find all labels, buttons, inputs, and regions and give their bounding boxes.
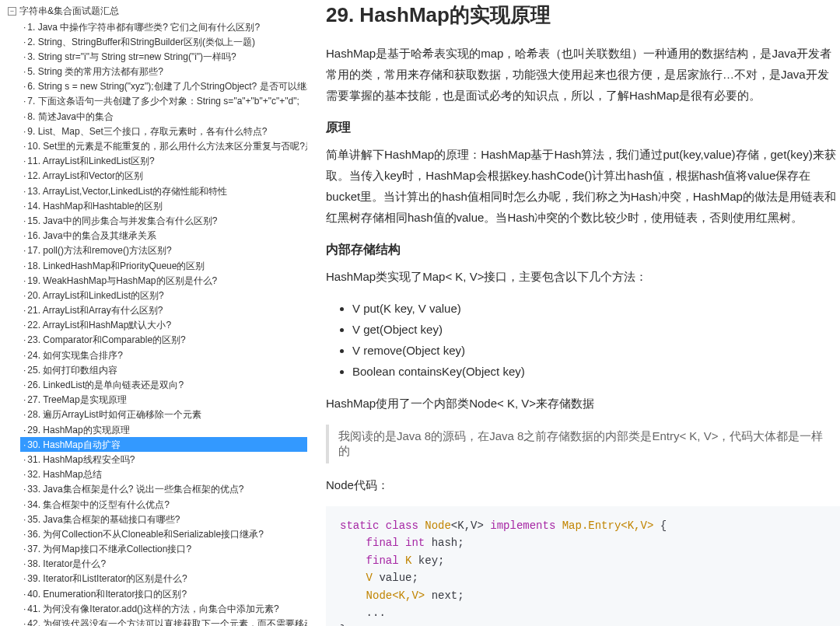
bullet-icon: · xyxy=(23,51,26,62)
bullet-icon: · xyxy=(23,469,26,480)
tree-item-label: 3. String str="i"与 String str=new String… xyxy=(27,51,236,62)
article-title: 29. HashMap的实现原理 xyxy=(326,2,840,29)
bullet-icon: · xyxy=(23,126,26,137)
tree-item[interactable]: ·36. 为何Collection不从Cloneable和Serializabl… xyxy=(20,526,307,541)
tree-item[interactable]: ·37. 为何Map接口不继承Collection接口? xyxy=(20,542,307,557)
tree-item-label: 32. HashMap总结 xyxy=(27,469,101,480)
bullet-icon: · xyxy=(23,499,26,510)
tree-item-label: 12. ArrayList和Vector的区别 xyxy=(27,170,143,181)
tree-item-label: 29. HashMap的实现原理 xyxy=(27,425,129,435)
bullet-icon: · xyxy=(23,603,26,614)
tree-item[interactable]: ·27. TreeMap是实现原理 xyxy=(20,393,307,407)
tree-item[interactable]: ·9. List、Map、Set三个接口，存取元素时，各有什么特点? xyxy=(20,124,307,138)
bullet-icon: · xyxy=(23,365,26,376)
tree-item-label: 34. 集合框架中的泛型有什么优点? xyxy=(27,499,170,510)
tree-item-label: 13. ArrayList,Vector,LinkedList的存储性能和特性 xyxy=(27,186,227,197)
tree-item-label: 5. String 类的常用方法都有那些? xyxy=(27,66,163,77)
tree-item[interactable]: ·14. HashMap和Hashtable的区别 xyxy=(20,198,307,213)
bullet-icon: · xyxy=(23,379,26,390)
bullet-icon: · xyxy=(23,141,26,152)
tree-item[interactable]: ·22. ArrayList和HashMap默认大小? xyxy=(20,318,307,333)
bullet-icon: · xyxy=(23,589,26,600)
tree-item-label: 33. Java集合框架是什么? 说出一些集合框架的优点? xyxy=(27,484,243,495)
article-pane[interactable]: 29. HashMap的实现原理 HashMap是基于哈希表实现的map，哈希表… xyxy=(307,0,840,626)
tree-item-label: 27. TreeMap是实现原理 xyxy=(27,394,126,405)
bullet-icon: · xyxy=(23,334,26,345)
bullet-icon: · xyxy=(23,275,26,286)
tree-item-label: 19. WeakHashMap与HashMap的区别是什么? xyxy=(27,275,217,286)
methods-list: V put(K key, V value)V get(Object key)V … xyxy=(326,298,840,382)
tree-item[interactable]: ·24. 如何实现集合排序? xyxy=(20,348,307,362)
tree-item[interactable]: ·3. String str="i"与 String str=new Strin… xyxy=(20,49,307,64)
tree-item-label: 6. String s = new String("xyz");创建了几个Str… xyxy=(27,81,307,92)
tree-item[interactable]: ·29. HashMap的实现原理 xyxy=(20,422,307,437)
tree-item[interactable]: ·20. ArrayList和LinkedList的区别? xyxy=(20,288,307,303)
outline-sidebar[interactable]: − 字符串&集合面试题汇总 ·1. Java 中操作字符串都有哪些类? 它们之间… xyxy=(0,0,307,626)
tree-item-label: 26. LinkedList的是单向链表还是双向? xyxy=(27,379,184,390)
bullet-icon: · xyxy=(23,514,26,525)
tree-item[interactable]: ·12. ArrayList和Vector的区别 xyxy=(20,169,307,184)
tree-item[interactable]: ·40. Enumeration和Iterator接口的区别? xyxy=(20,586,307,601)
tree-item[interactable]: ·6. String s = new String("xyz");创建了几个St… xyxy=(20,79,307,94)
bullet-icon: · xyxy=(23,37,26,47)
tree-item[interactable]: ·39. Iterator和ListIterator的区别是什么? xyxy=(20,572,307,586)
bullet-icon: · xyxy=(23,618,26,626)
tree-item-label: 30. HashMap自动扩容 xyxy=(27,439,120,450)
tree-item-label: 41. 为何没有像Iterator.add()这样的方法，向集合中添加元素? xyxy=(27,603,278,614)
tree-item[interactable]: ·32. HashMap总结 xyxy=(20,467,307,482)
tree-item[interactable]: ·23. Comparator和Comparable的区别? xyxy=(20,333,307,348)
tree-item[interactable]: ·16. Java中的集合及其继承关系 xyxy=(20,229,307,243)
bullet-icon: · xyxy=(23,439,26,450)
bullet-icon: · xyxy=(23,201,26,212)
tree-item[interactable]: ·42. 为何迭代器没有一个方法可以直接获取下一个元素，而不需要移动游标? xyxy=(20,617,307,627)
bullet-icon: · xyxy=(23,261,26,271)
tree-item-label: 1. Java 中操作字符串都有哪些类? 它们之间有什么区别? xyxy=(27,22,260,33)
list-item: Boolean containsKey(Object key) xyxy=(352,361,840,382)
tree-item[interactable]: ·25. 如何打印数组内容 xyxy=(20,362,307,377)
bullet-icon: · xyxy=(23,96,26,107)
tree-item[interactable]: ·13. ArrayList,Vector,LinkedList的存储性能和特性 xyxy=(20,184,307,198)
bullet-icon: · xyxy=(23,111,26,122)
tree-item[interactable]: ·8. 简述Java中的集合 xyxy=(20,109,307,124)
bullet-icon: · xyxy=(23,350,26,361)
tree-root-node[interactable]: − 字符串&集合面试题汇总 xyxy=(0,3,307,19)
tree-item[interactable]: ·18. LinkedHashMap和PriorityQueue的区别 xyxy=(20,258,307,273)
tree-item[interactable]: ·5. String 类的常用方法都有那些? xyxy=(20,65,307,79)
tree-item[interactable]: ·38. Iterator是什么? xyxy=(20,557,307,572)
tree-item[interactable]: ·2. String、StringBuffer和StringBuilder区别(… xyxy=(20,34,307,49)
tree-item[interactable]: ·28. 遍历ArrayList时如何正确移除一个元素 xyxy=(20,407,307,422)
tree-item-label: 17. poll()方法和remove()方法区别? xyxy=(27,245,171,256)
tree-item-label: 10. Set里的元素是不能重复的，那么用什么方法来区分重复与否呢?是用==还是… xyxy=(27,141,307,152)
tree-item-label: 39. Iterator和ListIterator的区别是什么? xyxy=(27,573,187,584)
bullet-icon: · xyxy=(23,558,26,569)
section-structure-heading: 内部存储结构 xyxy=(326,242,840,258)
tree-item[interactable]: ·15. Java中的同步集合与并发集合有什么区别? xyxy=(20,213,307,228)
collapse-icon[interactable]: − xyxy=(8,7,16,16)
bullet-icon: · xyxy=(23,245,26,256)
list-item: V put(K key, V value) xyxy=(352,298,840,319)
tree-item[interactable]: ·26. LinkedList的是单向链表还是双向? xyxy=(20,378,307,393)
tree-item[interactable]: ·1. Java 中操作字符串都有哪些类? 它们之间有什么区别? xyxy=(20,19,307,34)
tree-item[interactable]: ·30. HashMap自动扩容 xyxy=(20,437,307,452)
tree-item[interactable]: ·11. ArrayList和LinkedList区别? xyxy=(20,154,307,169)
tree-item[interactable]: ·34. 集合框架中的泛型有什么优点? xyxy=(20,497,307,512)
tree-item-label: 42. 为何迭代器没有一个方法可以直接获取下一个元素，而不需要移动游标? xyxy=(27,618,307,626)
tree-item-label: 7. 下面这条语句一共创建了多少个对象：String s="a"+"b"+"c"… xyxy=(27,96,299,107)
tree-item[interactable]: ·21. ArrayList和Array有什么区别? xyxy=(20,303,307,318)
tree-item[interactable]: ·31. HashMap线程安全吗? xyxy=(20,452,307,467)
bullet-icon: · xyxy=(23,81,26,92)
tree-item[interactable]: ·35. Java集合框架的基础接口有哪些? xyxy=(20,512,307,526)
tree-item[interactable]: ·10. Set里的元素是不能重复的，那么用什么方法来区分重复与否呢?是用==还… xyxy=(20,139,307,154)
tree-item-label: 40. Enumeration和Iterator接口的区别? xyxy=(27,589,187,600)
bullet-icon: · xyxy=(23,290,26,301)
bullet-icon: · xyxy=(23,425,26,435)
node-intro: HashMap使用了一个内部类Node< K, V>来存储数据 xyxy=(326,393,840,414)
tree-item[interactable]: ·17. poll()方法和remove()方法区别? xyxy=(20,243,307,258)
tree-item-label: 22. ArrayList和HashMap默认大小? xyxy=(27,320,171,330)
tree-item[interactable]: ·41. 为何没有像Iterator.add()这样的方法，向集合中添加元素? xyxy=(20,601,307,616)
tree-item[interactable]: ·33. Java集合框架是什么? 说出一些集合框架的优点? xyxy=(20,482,307,497)
bullet-icon: · xyxy=(23,454,26,465)
bullet-icon: · xyxy=(23,320,26,330)
tree-item[interactable]: ·19. WeakHashMap与HashMap的区别是什么? xyxy=(20,273,307,288)
tree-item[interactable]: ·7. 下面这条语句一共创建了多少个对象：String s="a"+"b"+"c… xyxy=(20,94,307,109)
